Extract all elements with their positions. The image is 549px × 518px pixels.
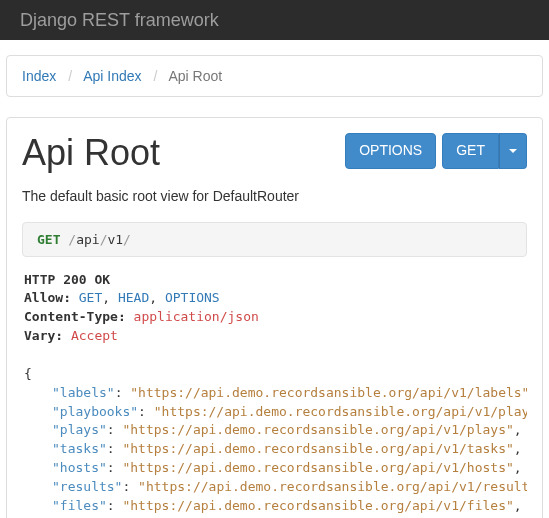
json-value-results[interactable]: "https://api.demo.recordsansible.org/api… <box>138 479 527 494</box>
breadcrumb-separator: / <box>145 68 165 84</box>
json-brace-open: { <box>24 366 32 381</box>
json-value-hosts[interactable]: "https://api.demo.recordsansible.org/api… <box>122 460 513 475</box>
json-key-plays: "plays" <box>52 422 107 437</box>
get-dropdown-toggle[interactable] <box>499 133 527 169</box>
json-row: "results": "https://api.demo.recordsansi… <box>24 478 525 497</box>
json-colon: : <box>107 460 123 475</box>
header-vary-key: Vary: <box>24 328 63 343</box>
json-key-tasks: "tasks" <box>52 441 107 456</box>
navbar-title[interactable]: Django REST framework <box>20 10 219 31</box>
path-segment-api: api <box>76 232 99 247</box>
page-description: The default basic root view for DefaultR… <box>22 188 527 204</box>
json-row: "plays": "https://api.demo.recordsansibl… <box>24 421 525 440</box>
json-row: "labels": "https://api.demo.recordsansib… <box>24 384 525 403</box>
json-key-labels: "labels" <box>52 385 115 400</box>
response-block: HTTP 200 OKAllow: GET, HEAD, OPTIONSCont… <box>22 271 527 518</box>
json-colon: : <box>122 479 138 494</box>
json-key-files: "files" <box>52 498 107 513</box>
json-comma: , <box>514 422 522 437</box>
header-content-type-value: application/json <box>134 309 259 324</box>
header-row: Api Root OPTIONS GET <box>22 133 527 173</box>
main-panel: Api Root OPTIONS GET The default basic r… <box>6 117 543 518</box>
json-key-hosts: "hosts" <box>52 460 107 475</box>
header-vary-value: Accept <box>71 328 118 343</box>
json-value-plays[interactable]: "https://api.demo.recordsansible.org/api… <box>122 422 513 437</box>
header-allow-key: Allow: <box>24 290 71 305</box>
get-button-group: GET <box>442 133 527 169</box>
request-line: GET /api/v1/ <box>22 222 527 257</box>
json-comma: , <box>514 441 522 456</box>
header-content-type-key: Content-Type: <box>24 309 126 324</box>
json-row: "files": "https://api.demo.recordsansibl… <box>24 497 525 516</box>
header-sep: , <box>102 290 118 305</box>
json-comma: , <box>514 460 522 475</box>
json-row: "hosts": "https://api.demo.recordsansibl… <box>24 459 525 478</box>
caret-down-icon <box>509 149 517 153</box>
json-value-tasks[interactable]: "https://api.demo.recordsansible.org/api… <box>122 441 513 456</box>
breadcrumb-item-index[interactable]: Index <box>22 68 56 84</box>
get-button[interactable]: GET <box>442 133 499 169</box>
json-colon: : <box>115 385 131 400</box>
options-button[interactable]: OPTIONS <box>345 133 436 169</box>
breadcrumb-separator: / <box>60 68 80 84</box>
json-comma: , <box>514 498 522 513</box>
breadcrumb-link[interactable]: Api Index <box>83 68 141 84</box>
page-title: Api Root <box>22 133 160 173</box>
json-colon: : <box>107 498 123 513</box>
json-value-labels[interactable]: "https://api.demo.recordsansible.org/api… <box>130 385 527 400</box>
header-allow-get: GET <box>79 290 102 305</box>
header-sep: , <box>149 290 165 305</box>
json-row: "tasks": "https://api.demo.recordsansibl… <box>24 440 525 459</box>
content-area: Index / Api Index / Api Root Api Root OP… <box>0 40 549 518</box>
breadcrumb-item-api-root: Api Root <box>168 68 222 84</box>
path-sep: / <box>123 232 131 247</box>
json-colon: : <box>107 441 123 456</box>
button-row: OPTIONS GET <box>345 133 527 169</box>
breadcrumb: Index / Api Index / Api Root <box>6 55 543 97</box>
json-value-files[interactable]: "https://api.demo.recordsansible.org/api… <box>122 498 513 513</box>
json-value-playbooks[interactable]: "https://api.demo.recordsansible.org/api… <box>154 404 527 419</box>
json-row: "playbooks": "https://api.demo.recordsan… <box>24 403 525 422</box>
header-allow-head: HEAD <box>118 290 149 305</box>
navbar: Django REST framework <box>0 0 549 40</box>
json-colon: : <box>107 422 123 437</box>
request-method: GET <box>37 232 60 247</box>
path-sep: / <box>68 232 76 247</box>
header-allow-options: OPTIONS <box>165 290 220 305</box>
breadcrumb-link[interactable]: Index <box>22 68 56 84</box>
http-status-line: HTTP 200 OK <box>24 272 110 287</box>
path-segment-v1: v1 <box>107 232 123 247</box>
json-key-results: "results" <box>52 479 122 494</box>
json-key-playbooks: "playbooks" <box>52 404 138 419</box>
breadcrumb-item-api-index[interactable]: Api Index <box>83 68 141 84</box>
json-colon: : <box>138 404 154 419</box>
